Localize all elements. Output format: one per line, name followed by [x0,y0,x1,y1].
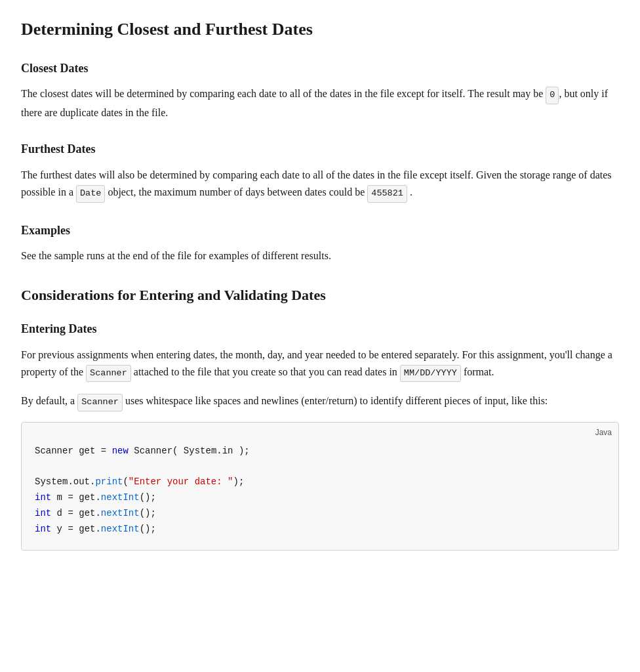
furthest-dates-paragraph: The furthest dates will also be determin… [21,167,619,203]
code-lang-label: Java [595,427,612,439]
scanner-code-1: Scanner [86,365,131,382]
scanner-code-2: Scanner [77,394,123,411]
entering-text-middle: attached to the file that you create so … [131,366,400,377]
entering-dates-section: Entering Dates For previous assignments … [21,320,619,551]
furthest-dates-section: Furthest Dates The furthest dates will a… [21,140,619,202]
closest-inline-code: 0 [546,87,559,104]
furthest-date-code: Date [76,185,105,202]
examples-paragraph: See the sample runs at the end of the fi… [21,247,619,264]
closest-dates-section: Closest Dates The closest dates will be … [21,59,619,121]
examples-heading: Examples [21,221,619,240]
closest-text-before: The closest dates will be determined by … [21,88,546,99]
code-block: Scanner get = new Scanner( System.in ); … [22,423,618,551]
entering-dates-heading: Entering Dates [21,320,619,339]
date-format-code: MM/DD/YYYY [400,365,461,382]
furthest-text-middle: object, the maximum number of days betwe… [105,186,367,198]
entering-dates-paragraph1: For previous assignments when entering d… [21,346,619,383]
examples-section: Examples See the sample runs at the end … [21,221,619,265]
entering-dates-paragraph2: By default, a Scanner uses whitespace li… [21,392,619,411]
default-text-after: uses whitespace like spaces and newlines… [123,395,548,406]
default-text-before: By default, a [21,395,77,406]
furthest-text-after: . [407,186,412,198]
entering-text-after: format. [461,366,494,377]
closest-dates-heading: Closest Dates [21,59,619,78]
code-block-container: Java Scanner get = new Scanner( System.i… [21,422,619,551]
closest-dates-paragraph: The closest dates will be determined by … [21,85,619,121]
furthest-max-code: 455821 [367,185,407,202]
considerations-title: Considerations for Entering and Validati… [21,284,619,306]
examples-text: See the sample runs at the end of the fi… [21,250,331,261]
page-title: Determining Closest and Furthest Dates [21,16,619,43]
furthest-dates-heading: Furthest Dates [21,140,619,159]
